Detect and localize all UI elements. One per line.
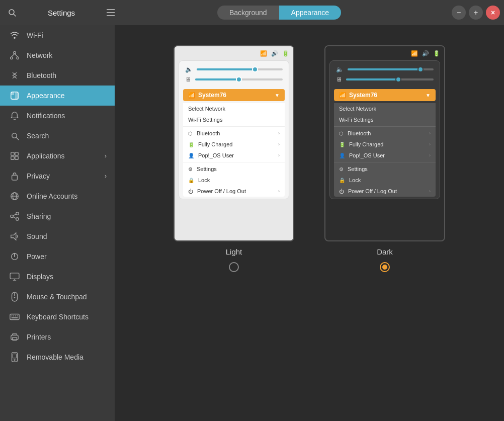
sidebar-item-sharing[interactable]: Sharing xyxy=(0,206,115,226)
svg-point-7 xyxy=(17,57,19,59)
dark-menu-select-network[interactable]: Select Network xyxy=(334,103,436,114)
sidebar-item-notifications[interactable]: Notifications xyxy=(0,106,115,126)
sidebar-power-label: Power xyxy=(27,252,47,261)
dark-menu-lock[interactable]: 🔒 Lock xyxy=(334,175,436,186)
sidebar-item-printers[interactable]: Printers xyxy=(0,327,115,347)
sidebar-item-privacy[interactable]: Privacy › xyxy=(0,166,115,186)
minimize-button[interactable]: − xyxy=(452,6,466,20)
dark-radio-inner xyxy=(382,265,387,270)
light-wifi-dropdown[interactable]: 📶 System76 ▼ xyxy=(183,89,285,101)
theme-selector: 📶 🔊 🔋 🔈 xyxy=(174,45,445,272)
svg-rect-47 xyxy=(13,354,16,358)
sidebar-item-wifi[interactable]: Wi-Fi xyxy=(0,25,115,45)
sidebar-item-network[interactable]: Network xyxy=(0,45,115,65)
bluetooth-icon xyxy=(10,70,20,80)
sidebar-item-power[interactable]: Power xyxy=(0,246,115,267)
svg-rect-39 xyxy=(13,315,14,316)
dark-settings-icon: ⚙ xyxy=(339,166,344,172)
light-sound-tray-icon: 🔊 xyxy=(271,50,278,57)
sidebar-displays-label: Displays xyxy=(27,273,53,281)
sidebar-item-online-accounts[interactable]: Online Accounts xyxy=(0,186,115,206)
appearance-icon xyxy=(10,91,20,101)
light-menu-user[interactable]: 👤 Pop!_OS User › xyxy=(183,150,285,161)
light-battery-menu-icon: 🔋 xyxy=(188,142,194,147)
sidebar-item-sound[interactable]: Sound xyxy=(0,226,115,246)
light-menu-wifi-settings[interactable]: Wi-Fi Settings xyxy=(183,114,285,125)
dark-battery-label: Fully Charged xyxy=(349,141,383,147)
light-bt-icon: ⬡ xyxy=(188,131,193,136)
dark-radio-button[interactable] xyxy=(380,262,390,272)
removable-media-icon xyxy=(10,352,20,362)
sidebar-item-applications[interactable]: Applications › xyxy=(0,146,115,166)
light-radio-button[interactable] xyxy=(229,262,239,272)
sidebar-item-displays[interactable]: Displays xyxy=(0,267,115,287)
light-divider-2 xyxy=(183,162,285,162)
tab-background[interactable]: Background xyxy=(217,6,279,20)
light-menu-select-network[interactable]: Select Network xyxy=(183,103,285,114)
tab-appearance[interactable]: Appearance xyxy=(279,6,342,20)
dark-menu-power[interactable]: ⏻ Power Off / Log Out › xyxy=(334,186,436,197)
sidebar-item-appearance[interactable]: Appearance xyxy=(0,86,115,106)
dark-menu-items: Select Network Wi-Fi Settings ⬡ Bluetoot… xyxy=(334,103,436,197)
light-settings-label: Settings xyxy=(197,166,217,172)
light-brightness-icon: 🖥 xyxy=(185,76,191,83)
window-controls: − + × xyxy=(440,6,500,20)
sidebar-item-search[interactable]: Search xyxy=(0,126,115,146)
dark-bluetooth-label: Bluetooth xyxy=(348,130,371,136)
theme-preview-light[interactable]: 📶 🔊 🔋 🔈 xyxy=(174,45,294,241)
light-menu-power[interactable]: ⏻ Power Off / Log Out › xyxy=(183,186,285,197)
dark-menu-settings[interactable]: ⚙ Settings xyxy=(334,163,436,175)
close-button[interactable]: × xyxy=(486,6,500,20)
theme-preview-dark[interactable]: 📶 🔊 🔋 🔈 xyxy=(324,45,445,241)
notifications-icon xyxy=(10,111,20,121)
keyboard-icon xyxy=(10,312,20,322)
light-menu-settings[interactable]: ⚙ Settings xyxy=(183,163,285,175)
dark-user-label: Pop!_OS User xyxy=(349,152,385,158)
light-user-chevron: › xyxy=(278,153,280,158)
svg-rect-11 xyxy=(11,92,14,95)
sidebar-item-removable-media[interactable]: Removable Media xyxy=(0,347,115,367)
light-menu-lock[interactable]: 🔒 Lock xyxy=(183,175,285,186)
svg-rect-37 xyxy=(10,314,19,320)
light-bluetooth-label: Bluetooth xyxy=(197,130,220,136)
dark-menu-battery[interactable]: 🔋 Fully Charged › xyxy=(334,139,436,150)
titlebar-search-button[interactable] xyxy=(4,5,20,21)
light-brightness-track[interactable] xyxy=(195,78,283,80)
svg-rect-38 xyxy=(12,315,13,316)
light-battery-label: Fully Charged xyxy=(198,141,232,147)
sidebar-appearance-label: Appearance xyxy=(27,92,65,100)
theme-option-dark: 📶 🔊 🔋 🔈 xyxy=(324,45,445,272)
dark-divider-1 xyxy=(334,126,436,127)
dark-power-menu-icon: ⏻ xyxy=(339,189,344,194)
light-menu-battery[interactable]: 🔋 Fully Charged › xyxy=(183,139,285,150)
svg-rect-19 xyxy=(12,175,18,180)
titlebar-menu-button[interactable] xyxy=(103,5,119,21)
dark-volume-track[interactable] xyxy=(348,68,434,70)
sidebar-item-bluetooth[interactable]: Bluetooth xyxy=(0,65,115,86)
titlebar-left: Settings xyxy=(4,5,119,21)
light-menu-bluetooth[interactable]: ⬡ Bluetooth › xyxy=(183,128,285,139)
dark-theme-label: Dark xyxy=(377,247,393,256)
dark-menu-wifi-settings[interactable]: Wi-Fi Settings xyxy=(334,114,436,125)
svg-point-5 xyxy=(14,51,16,54)
light-volume-track[interactable] xyxy=(197,68,283,70)
sidebar-item-mouse-touchpad[interactable]: Mouse & Touchpad xyxy=(0,287,115,307)
dark-menu-bluetooth[interactable]: ⬡ Bluetooth › xyxy=(334,128,436,139)
dark-brightness-icon: 🖥 xyxy=(336,76,342,83)
svg-point-25 xyxy=(16,218,19,220)
dark-lock-icon: 🔒 xyxy=(339,178,345,183)
dark-wifi-dropdown[interactable]: 📶 System76 ▼ xyxy=(334,89,436,101)
dark-volume-thumb xyxy=(417,66,424,72)
dark-volume-row: 🔈 xyxy=(336,66,434,73)
light-power-menu-icon: ⏻ xyxy=(188,189,193,194)
dark-divider-2 xyxy=(334,162,436,162)
light-divider-1 xyxy=(183,126,285,127)
light-wifi-dropdown-icon: 📶 xyxy=(188,92,195,99)
light-power-label: Power Off / Log Out xyxy=(197,188,246,194)
svg-rect-17 xyxy=(11,156,14,159)
maximize-button[interactable]: + xyxy=(469,6,483,20)
dark-menu-user[interactable]: 👤 Pop!_OS User › xyxy=(334,150,436,161)
dark-radio-container xyxy=(380,262,390,272)
sidebar-item-keyboard-shortcuts[interactable]: Keyboard Shortcuts xyxy=(0,307,115,327)
dark-brightness-track[interactable] xyxy=(346,78,434,80)
